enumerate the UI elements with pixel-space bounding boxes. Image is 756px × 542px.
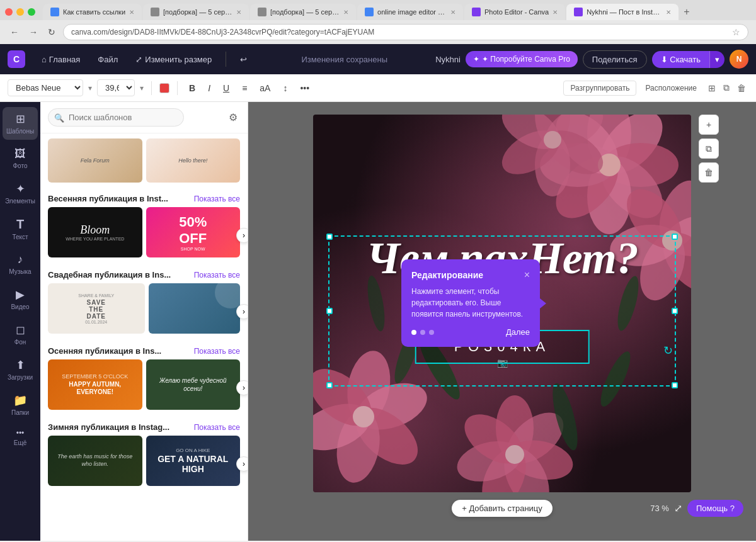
wedding-nav-next[interactable]: › xyxy=(236,304,248,319)
sidebar-item-video[interactable]: ▶ Видео xyxy=(3,283,38,315)
tab-3[interactable]: [подборка] — 5 сервисов д... ✕ xyxy=(250,4,356,20)
tooltip-close-button[interactable]: × xyxy=(524,269,530,281)
copy-button[interactable]: ⧉ xyxy=(721,80,732,96)
grid-view-button[interactable]: ⊞ xyxy=(706,80,718,96)
wedding-section-header: Свадебная публикация в Ins... Показать в… xyxy=(40,264,248,283)
tab-label-1: Как ставить ссылки xyxy=(63,8,125,16)
sidebar-item-background[interactable]: ◻ Фон xyxy=(3,318,38,351)
more-formatting-button[interactable]: ••• xyxy=(296,81,313,96)
address-bar[interactable]: canva.com/design/DAD8-IItMVk/DE4-88CnUj3… xyxy=(63,24,748,40)
download-dropdown-button[interactable]: ▾ xyxy=(709,51,724,68)
share-button[interactable]: Поделиться xyxy=(583,50,647,69)
sidebar-item-photos[interactable]: 🖼 Фото xyxy=(3,142,38,174)
template-card-top-1[interactable]: Fela Forum xyxy=(48,138,142,183)
undo-button[interactable]: ↩ xyxy=(234,51,253,68)
font-size-select[interactable]: 39,6 xyxy=(97,79,135,96)
winter-show-all[interactable]: Показать все xyxy=(194,423,240,432)
winter-templates: The earth has music for those who listen… xyxy=(40,436,248,492)
tab-close-3[interactable]: ✕ xyxy=(343,9,348,16)
template-wish-autumn[interactable]: Желаю тебе чудесной осени! xyxy=(146,359,241,410)
wedding-show-all[interactable]: Показать все xyxy=(194,271,240,279)
canvas-action-delete[interactable]: 🗑 xyxy=(699,162,719,183)
line-height-button[interactable]: ↕ xyxy=(279,81,291,96)
arrange-button[interactable]: Расположение xyxy=(640,81,702,95)
resize-button[interactable]: ⤢ Изменить размер xyxy=(129,51,218,68)
refresh-button[interactable]: ↻ xyxy=(45,26,58,38)
filter-button[interactable]: ⚙ xyxy=(226,109,240,126)
sidebar-item-uploads[interactable]: ⬆ Загрузки xyxy=(3,353,38,386)
tab-close-5[interactable]: ✕ xyxy=(553,9,558,16)
spring-nav-next[interactable]: › xyxy=(236,228,248,243)
winter-nav-next[interactable]: › xyxy=(236,456,248,471)
tab-5[interactable]: Photo Editor - Canva ✕ xyxy=(464,4,565,20)
bold-button[interactable]: B xyxy=(185,81,199,96)
file-button[interactable]: Файл xyxy=(91,51,124,68)
tooltip-dots xyxy=(411,330,434,335)
help-button[interactable]: Помощь ? xyxy=(687,500,743,517)
panel-bottom-spacer xyxy=(40,492,248,505)
close-window-btn[interactable] xyxy=(5,8,13,16)
canva-logo[interactable]: C xyxy=(8,50,25,68)
user-avatar[interactable]: N xyxy=(730,50,748,69)
new-tab-button[interactable]: + xyxy=(680,6,693,18)
natural-high-go: GO ON A HIKE xyxy=(150,448,237,453)
back-button[interactable]: ← xyxy=(8,26,21,38)
tab-close-2[interactable]: ✕ xyxy=(236,9,241,16)
tooltip-next-button[interactable]: Далее xyxy=(506,327,530,337)
search-input[interactable] xyxy=(48,108,184,127)
bookmark-icon[interactable]: ☆ xyxy=(732,27,740,37)
italic-button[interactable]: I xyxy=(204,81,214,96)
template-wedding-blue[interactable] xyxy=(149,283,241,334)
home-button[interactable]: ⌂ Главная xyxy=(35,51,86,68)
sidebar-item-folders[interactable]: 📁 Папки xyxy=(3,388,38,421)
sidebar-item-templates[interactable]: ⊞ Шаблоны xyxy=(3,107,38,140)
canvas-actions: + ⧉ 🗑 xyxy=(699,115,719,183)
template-card-top-2[interactable]: Hello there! xyxy=(146,138,241,183)
ungroup-button[interactable]: Разгруппировать xyxy=(563,81,636,96)
underline-button[interactable]: U xyxy=(219,81,233,96)
template-spring-sale[interactable]: 50%OFF SHOP NOW xyxy=(146,207,241,257)
top-template-cards: Fela Forum Hello there! xyxy=(48,138,240,183)
template-bloom[interactable]: Bloom WHERE YOU ARE PLANTED xyxy=(48,207,142,257)
fullscreen-button[interactable]: ⤢ xyxy=(674,502,682,514)
add-page-button[interactable]: + Добавить страницу xyxy=(452,500,553,517)
forward-button[interactable]: → xyxy=(26,26,40,38)
template-happy-autumn[interactable]: SEPTEMBER 5 O'CLOCK HAPPY AUTUMN, EVERYO… xyxy=(48,359,142,410)
tab-close-6[interactable]: ✕ xyxy=(666,9,671,16)
view-options: ⊞ ⧉ 🗑 xyxy=(706,80,748,96)
rotate-handle[interactable]: ↻ xyxy=(663,344,676,356)
align-button[interactable]: ≡ xyxy=(238,81,251,96)
tab-1[interactable]: Как ставить ссылки ✕ xyxy=(43,4,142,20)
delete-button[interactable]: 🗑 xyxy=(735,80,748,96)
tab-close-1[interactable]: ✕ xyxy=(129,9,134,16)
tab-6-active[interactable]: Nykhni — Пост в Instagram ✕ xyxy=(566,4,679,20)
font-family-select[interactable]: Bebas Neue xyxy=(8,79,83,96)
format-right: Разгруппировать Расположение ⊞ ⧉ 🗑 xyxy=(563,80,748,96)
tab-close-4[interactable]: ✕ xyxy=(450,9,455,16)
sidebar-item-music[interactable]: ♪ Музыка xyxy=(3,248,38,280)
sidebar-item-text[interactable]: T Текст xyxy=(3,212,38,246)
canvas-action-copy[interactable]: ⧉ xyxy=(699,138,719,159)
autumn-nav-next[interactable]: › xyxy=(236,380,248,395)
save-status: Изменения сохранены xyxy=(258,55,430,64)
template-natural-high[interactable]: GO ON A HIKE GET A NATURAL HIGH xyxy=(146,436,241,486)
sidebar-item-elements[interactable]: ✦ Элементы xyxy=(3,177,38,210)
sidebar-item-more[interactable]: ••• Ещё xyxy=(3,424,38,451)
happy-autumn-content: SEPTEMBER 5 O'CLOCK HAPPY AUTUMN, EVERYO… xyxy=(48,371,142,398)
download-button[interactable]: ⬇ Скачать xyxy=(652,51,709,68)
svg-point-37 xyxy=(505,445,524,464)
canvas-action-add[interactable]: + xyxy=(699,115,719,135)
try-pro-label: ✦ Попробуйте Canva Pro xyxy=(482,55,570,64)
autumn-show-all[interactable]: Показать все xyxy=(194,347,240,356)
spring-show-all[interactable]: Показать все xyxy=(194,195,240,203)
maximize-window-btn[interactable] xyxy=(28,8,35,16)
tab-4[interactable]: online image editor - Поиск в... ✕ xyxy=(357,4,463,20)
svg-point-15 xyxy=(544,131,561,149)
template-earth-music[interactable]: The earth has music for those who listen… xyxy=(48,436,142,486)
template-save-date[interactable]: SHARE & FAMILY SAVE THE DATE 01.01.2024 xyxy=(48,283,145,334)
text-color-picker[interactable] xyxy=(159,83,169,93)
tab-2[interactable]: [подборка] — 5 сервисов д... ✕ xyxy=(143,4,249,20)
caps-button[interactable]: aA xyxy=(256,81,274,96)
minimize-window-btn[interactable] xyxy=(16,8,24,16)
try-pro-button[interactable]: ✦ ✦ Попробуйте Canva Pro xyxy=(466,51,578,67)
